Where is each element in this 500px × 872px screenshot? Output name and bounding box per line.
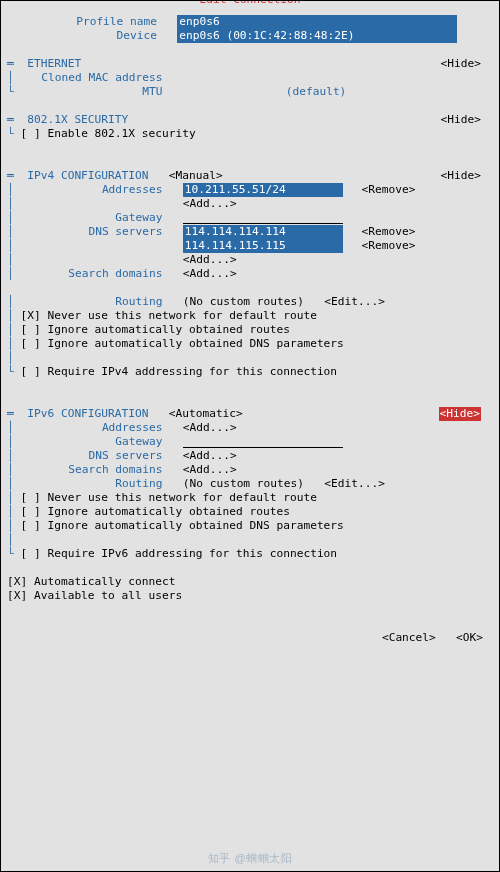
security-hide-button[interactable]: <Hide> — [441, 113, 481, 127]
ipv6-search-label: Search domains — [21, 463, 163, 477]
ipv4-ign-dns-checkbox[interactable]: [ ] Ignore automatically obtained DNS pa… — [21, 337, 344, 350]
ipv4-address-input[interactable]: 10.211.55.51/24 — [183, 183, 343, 197]
section-ipv4: IPv4 CONFIGURATION — [27, 169, 148, 183]
ipv4-search-add-button[interactable]: <Add...> — [183, 267, 237, 281]
ipv4-defroute-checkbox[interactable]: [X] Never use this network for default r… — [21, 309, 317, 322]
section-security: 802.1X SECURITY — [27, 113, 128, 127]
section-ipv6: IPv6 CONFIGURATION — [27, 407, 148, 421]
ipv4-dns-label: DNS servers — [21, 225, 163, 239]
ipv6-address-add-button[interactable]: <Add...> — [183, 421, 237, 435]
edit-connection-window: Edit Connection Profile name enp0s6 Devi… — [0, 0, 500, 872]
ipv6-routing-edit-button[interactable]: <Edit...> — [324, 477, 385, 491]
ok-button[interactable]: <OK> — [456, 631, 483, 645]
profile-name-label: Profile name — [7, 15, 157, 29]
ipv4-require-checkbox[interactable]: [ ] Require IPv4 addressing for this con… — [21, 365, 338, 378]
ipv6-routing-state: (No custom routes) — [183, 477, 304, 491]
ipv6-search-add-button[interactable]: <Add...> — [183, 463, 237, 477]
ethernet-hide-button[interactable]: <Hide> — [441, 57, 481, 71]
ipv4-address-add-button[interactable]: <Add...> — [183, 197, 237, 211]
mtu-label: MTU — [21, 85, 163, 99]
ipv6-defroute-checkbox[interactable]: [ ] Never use this network for default r… — [21, 491, 317, 504]
mtu-default-hint: (default) — [286, 85, 347, 98]
ipv4-ign-routes-checkbox[interactable]: [ ] Ignore automatically obtained routes — [21, 323, 290, 336]
window-title: Edit Connection — [195, 0, 304, 7]
ipv6-ign-dns-checkbox[interactable]: [ ] Ignore automatically obtained DNS pa… — [21, 519, 344, 532]
ipv6-addresses-label: Addresses — [21, 421, 163, 435]
device-label: Device — [7, 29, 157, 43]
ipv6-routing-label: Routing — [21, 477, 163, 491]
ipv4-dns-add-button[interactable]: <Add...> — [183, 253, 237, 267]
ipv4-dns2-input[interactable]: 114.114.115.115 — [183, 239, 343, 253]
ipv6-dns-add-button[interactable]: <Add...> — [183, 449, 237, 463]
ipv4-dns1-remove-button[interactable]: <Remove> — [362, 225, 416, 239]
ipv4-mode-select[interactable]: <Manual> — [169, 169, 223, 183]
ipv6-hide-button[interactable]: <Hide> — [439, 407, 481, 421]
ipv4-routing-state: (No custom routes) — [183, 295, 304, 309]
section-ethernet: ETHERNET — [27, 57, 81, 71]
ipv6-require-checkbox[interactable]: [ ] Require IPv6 addressing for this con… — [21, 547, 338, 560]
auto-connect-checkbox[interactable]: [X] Automatically connect — [7, 575, 175, 588]
ipv4-routing-edit-button[interactable]: <Edit...> — [324, 295, 385, 309]
ipv4-gateway-input[interactable] — [183, 211, 343, 224]
ipv4-gateway-label: Gateway — [21, 211, 163, 225]
ipv6-gateway-label: Gateway — [21, 435, 163, 449]
cancel-button[interactable]: <Cancel> — [382, 631, 436, 645]
ipv4-addresses-label: Addresses — [21, 183, 163, 197]
ipv6-ign-routes-checkbox[interactable]: [ ] Ignore automatically obtained routes — [21, 505, 290, 518]
watermark: 知乎 @蝈蝈太阳 — [1, 851, 499, 865]
ipv6-dns-label: DNS servers — [21, 449, 163, 463]
ipv4-hide-button[interactable]: <Hide> — [441, 169, 481, 183]
enable-8021x-checkbox[interactable]: [ ] Enable 802.1X security — [21, 127, 196, 140]
ipv4-dns2-remove-button[interactable]: <Remove> — [362, 239, 416, 253]
ipv4-dns1-input[interactable]: 114.114.114.114 — [183, 225, 343, 239]
ipv6-mode-select[interactable]: <Automatic> — [169, 407, 243, 421]
device-input[interactable]: enp0s6 (00:1C:42:88:48:2E) — [177, 29, 457, 43]
ipv4-routing-label: Routing — [21, 295, 163, 309]
ipv4-search-label: Search domains — [21, 267, 163, 281]
cloned-mac-label: Cloned MAC address — [21, 71, 163, 85]
available-all-checkbox[interactable]: [X] Available to all users — [7, 589, 182, 602]
ipv4-address-remove-button[interactable]: <Remove> — [362, 183, 416, 197]
profile-name-input[interactable]: enp0s6 — [177, 15, 457, 29]
ipv6-gateway-input[interactable] — [183, 435, 343, 448]
